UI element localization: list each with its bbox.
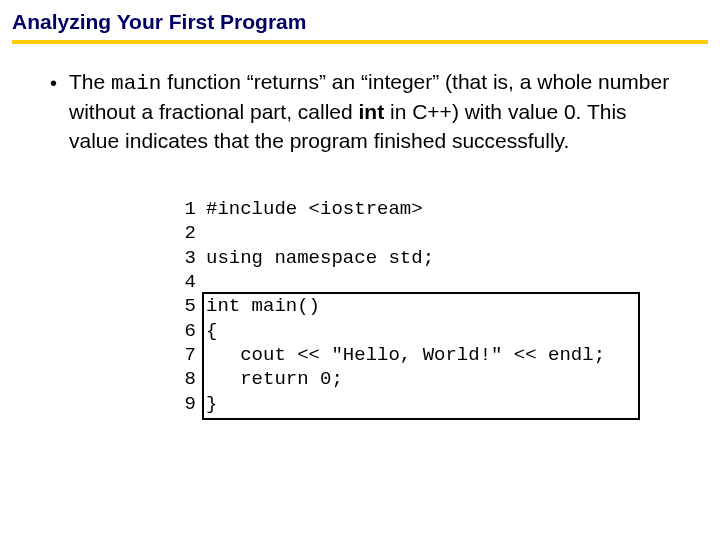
code-line: 1#include <iostream> xyxy=(172,197,670,221)
code-text: return 0; xyxy=(206,367,343,391)
code-text: int main() xyxy=(206,294,320,318)
code-text: using namespace std; xyxy=(206,246,434,270)
code-line: 2 xyxy=(172,221,670,245)
slide-header: Analyzing Your First Program xyxy=(0,0,720,38)
bullet-item: • The main function “returns” an “intege… xyxy=(50,68,670,155)
line-number: 7 xyxy=(172,343,196,367)
line-number: 5 xyxy=(172,294,196,318)
code-line: 9} xyxy=(172,392,670,416)
line-number: 3 xyxy=(172,246,196,270)
code-line: 6{ xyxy=(172,319,670,343)
code-word-main: main xyxy=(111,72,161,95)
bold-word-int: int xyxy=(359,100,385,123)
code-line: 3using namespace std; xyxy=(172,246,670,270)
text-segment: The xyxy=(69,70,111,93)
slide-content: • The main function “returns” an “intege… xyxy=(0,44,720,416)
line-number: 4 xyxy=(172,270,196,294)
line-number: 9 xyxy=(172,392,196,416)
line-number: 2 xyxy=(172,221,196,245)
slide-title: Analyzing Your First Program xyxy=(12,10,708,34)
code-line: 4 xyxy=(172,270,670,294)
line-number: 6 xyxy=(172,319,196,343)
code-text: cout << "Hello, World!" << endl; xyxy=(206,343,605,367)
code-line: 5int main() xyxy=(172,294,670,318)
code-text: } xyxy=(206,392,217,416)
code-text: { xyxy=(206,319,217,343)
line-number: 1 xyxy=(172,197,196,221)
code-text: #include <iostream> xyxy=(206,197,423,221)
paragraph: The main function “returns” an “integer”… xyxy=(69,68,670,155)
bullet-icon: • xyxy=(50,70,57,97)
code-line: 8 return 0; xyxy=(172,367,670,391)
code-line: 7 cout << "Hello, World!" << endl; xyxy=(172,343,670,367)
code-block: 1#include <iostream> 2 3using namespace … xyxy=(172,197,670,416)
line-number: 8 xyxy=(172,367,196,391)
